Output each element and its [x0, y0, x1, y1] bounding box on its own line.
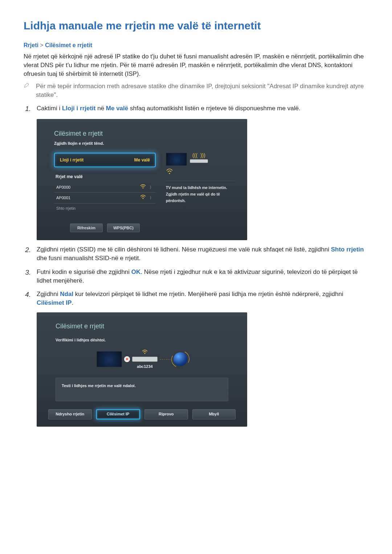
breadcrumb-part-b: Cilësimet e rrjetit: [45, 42, 92, 48]
keyword-ok: OK: [131, 268, 141, 275]
keyword-stop: Ndal: [60, 291, 73, 297]
help-text-line: Zgjidh rrjetin me valë që do të: [166, 191, 235, 198]
router-icon: [132, 357, 158, 362]
dialog-title: Cilësimet e rrjetit: [54, 129, 235, 138]
keyword-ip-settings: Cilësimet IP: [37, 299, 72, 306]
dialog-title: Cilësimet e rrjetit: [56, 322, 228, 331]
pencil-icon: [24, 82, 30, 91]
network-type-dropdown[interactable]: Lloji i rrjetit Me valë: [54, 153, 156, 167]
screenshot-network-settings-list: Cilësimet e rrjetit Zgjidh llojin e rrje…: [37, 119, 247, 240]
connection-dots-icon: ······: [160, 356, 171, 362]
breadcrumb-separator: >: [40, 42, 43, 48]
wifi-list-item[interactable]: AP0000 〉: [54, 182, 156, 193]
wifi-signal-icon: [140, 195, 146, 201]
wifi-ssid: AP0001: [56, 195, 70, 201]
step-3-text: Futni kodin e sigurisë dhe zgjidhni OK. …: [37, 268, 368, 285]
chevron-right-icon: 〉: [150, 195, 154, 201]
wifi-waves-icon: ((( ))): [192, 153, 205, 158]
refresh-button[interactable]: Rifreskim: [70, 223, 103, 232]
connection-failed-icon: ✕: [124, 356, 130, 362]
breadcrumb-part-a: Rrjeti: [24, 42, 38, 48]
step-4-text: Zgjidhni Ndal kur televizori përpiqet të…: [37, 290, 368, 307]
keyword-add-network: Shto rrjetin: [331, 246, 364, 253]
keyword-network-type: Lloji i rrjetit: [62, 105, 96, 112]
chevron-right-icon: 〉: [150, 185, 154, 190]
step-2-text: Zgjidhni rrjetin (SSID) me të cilin dësh…: [37, 245, 368, 263]
wireless-group-label: Rrjet me valë: [56, 174, 156, 180]
intro-paragraph: Në rrjetet që kërkojnë një adresë IP sta…: [24, 52, 368, 78]
change-network-button[interactable]: Ndrysho rrjetin: [48, 409, 92, 419]
close-button[interactable]: Mbyll: [192, 409, 236, 419]
ip-settings-button[interactable]: Cilësimet IP: [96, 409, 140, 419]
svg-point-2: [169, 173, 170, 174]
screenshot-connection-failed: Cilësimet e rrjetit Verifikimi i lidhjes…: [37, 312, 247, 427]
svg-point-1: [143, 198, 144, 199]
keyword-wireless: Me valë: [106, 105, 128, 112]
router-ssid-label: abc1234: [137, 364, 152, 369]
step-number: 3.: [24, 268, 31, 278]
help-text-line: TV mund ta lidhësh me internetin.: [166, 185, 235, 191]
fail-message: Verifikimi i lidhjes dështoi.: [56, 337, 228, 343]
wifi-signal-icon: [166, 169, 235, 176]
globe-icon: [173, 352, 187, 366]
wifi-signal-icon: [142, 349, 148, 356]
add-network-item[interactable]: Shto rrjetin: [54, 204, 156, 213]
dropdown-label: Lloji i rrjetit: [60, 157, 83, 163]
wps-pbc-button[interactable]: WPS(PBC): [107, 223, 140, 232]
step-number: 2.: [24, 245, 31, 255]
add-network-label: Shto rrjetin: [56, 206, 75, 211]
tv-icon: [97, 351, 122, 367]
dropdown-value: Me valë: [134, 157, 150, 163]
wifi-ssid: AP0000: [56, 185, 70, 190]
breadcrumb: Rrjeti > Cilësimet e rrjetit: [24, 41, 368, 49]
page-title: Lidhja manuale me rrjetin me valë të int…: [24, 18, 368, 33]
step-1-text: Caktimi i Lloji i rrjetit në Me valë shf…: [37, 104, 368, 113]
tv-icon: [166, 153, 187, 166]
help-text-line: përdorësh.: [166, 198, 235, 204]
svg-point-0: [143, 188, 144, 189]
retry-button[interactable]: Riprovo: [144, 409, 188, 419]
status-message-box: Testi i lidhjes me rrjetin me valë ndalo…: [56, 378, 228, 401]
step-number: 1.: [24, 104, 31, 114]
note-text: Për më tepër informacion rreth adresave …: [36, 82, 368, 99]
router-icon: [190, 159, 208, 163]
wifi-signal-icon: [140, 184, 146, 190]
svg-point-3: [144, 353, 146, 354]
dialog-subtitle: Zgjidh llojin e rrjetit tënd.: [54, 140, 235, 146]
step-number: 4.: [24, 290, 31, 300]
wifi-list-item[interactable]: AP0001 〉: [54, 193, 156, 203]
